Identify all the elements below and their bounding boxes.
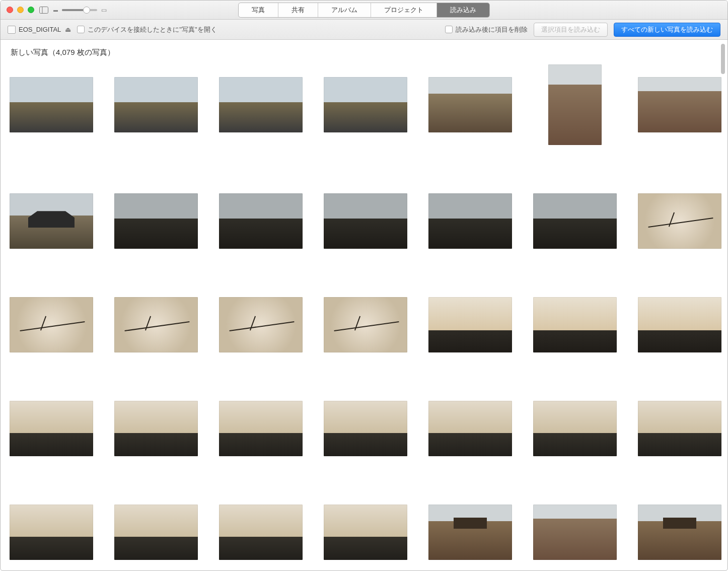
delete-after-import-input[interactable] xyxy=(445,26,453,33)
photo-image xyxy=(324,401,407,456)
photo-image xyxy=(428,297,512,352)
content-area[interactable]: 新しい写真（4,079 枚の写真） xyxy=(1,40,727,570)
photo-image xyxy=(324,505,407,560)
photo-image xyxy=(638,297,721,352)
photo-thumbnail[interactable] xyxy=(533,297,617,352)
photo-thumbnail[interactable] xyxy=(324,297,407,352)
open-on-connect-input[interactable] xyxy=(77,26,85,33)
photo-image xyxy=(548,64,602,145)
photo-thumbnail[interactable] xyxy=(219,505,303,560)
photo-image xyxy=(428,77,512,132)
photo-image xyxy=(428,193,512,249)
titlebar: ▬ ▭ 写真 共有 アルバム プロジェクト 読み込み xyxy=(1,1,727,20)
photo-thumbnail[interactable] xyxy=(324,401,407,456)
photo-thumbnail[interactable] xyxy=(638,193,721,249)
photo-thumbnail[interactable] xyxy=(114,401,198,456)
photo-image xyxy=(10,401,93,456)
photo-thumbnail[interactable] xyxy=(219,401,303,456)
photo-image xyxy=(219,297,303,352)
photo-image xyxy=(638,505,721,560)
tab-projects[interactable]: プロジェクト xyxy=(371,3,437,17)
photo-image xyxy=(10,297,93,352)
device-selector[interactable]: EOS_DIGITAL ⏏ xyxy=(8,26,71,34)
main-tabs: 写真 共有 アルバム プロジェクト 読み込み xyxy=(238,3,490,18)
photo-thumbnail[interactable] xyxy=(114,297,198,352)
photo-image xyxy=(638,77,721,132)
photo-image xyxy=(10,77,93,132)
photo-thumbnail[interactable] xyxy=(114,193,198,249)
open-on-connect-label: このデバイスを接続したときに"写真"を開く xyxy=(88,25,216,34)
photo-image xyxy=(428,401,512,456)
photo-thumbnail[interactable] xyxy=(219,77,303,132)
photo-image xyxy=(533,193,617,249)
import-selected-button[interactable]: 選択項目を読み込む xyxy=(534,23,608,37)
photo-image xyxy=(324,77,407,132)
photo-image xyxy=(114,77,198,132)
photo-thumbnail[interactable] xyxy=(638,297,721,352)
photo-image xyxy=(324,297,407,352)
scrollbar-thumb[interactable] xyxy=(721,44,725,74)
photo-thumbnail[interactable] xyxy=(219,193,303,249)
photo-image xyxy=(114,401,198,456)
photo-thumbnail[interactable] xyxy=(114,505,198,560)
svg-rect-0 xyxy=(40,7,48,13)
photo-image xyxy=(10,505,93,560)
photo-thumbnail[interactable] xyxy=(428,297,512,352)
sidebar-toggle-icon[interactable] xyxy=(39,7,48,14)
close-window-button[interactable] xyxy=(7,7,13,13)
photo-thumbnail[interactable] xyxy=(114,77,198,132)
tab-shared[interactable]: 共有 xyxy=(278,3,318,17)
photo-thumbnail[interactable] xyxy=(638,401,721,456)
photo-thumbnail[interactable] xyxy=(533,64,617,145)
fullscreen-window-button[interactable] xyxy=(28,7,34,13)
photo-image xyxy=(114,505,198,560)
photo-thumbnail[interactable] xyxy=(10,77,93,132)
photo-thumbnail[interactable] xyxy=(219,297,303,352)
photo-thumbnail[interactable] xyxy=(10,297,93,352)
thumbnail-grid xyxy=(10,64,718,570)
window-controls xyxy=(7,7,34,13)
photo-thumbnail[interactable] xyxy=(533,193,617,249)
photo-image xyxy=(638,193,721,249)
device-name: EOS_DIGITAL xyxy=(19,26,61,33)
zoom-slider[interactable]: ▬ ▭ xyxy=(53,7,107,14)
photo-thumbnail[interactable] xyxy=(10,401,93,456)
photo-image xyxy=(219,77,303,132)
photo-image xyxy=(428,505,512,560)
photo-thumbnail[interactable] xyxy=(324,193,407,249)
photo-image xyxy=(533,505,617,560)
photo-image xyxy=(10,193,93,249)
delete-after-import-label: 読み込み後に項目を削除 xyxy=(456,25,528,34)
tab-import[interactable]: 読み込み xyxy=(437,3,489,17)
section-title-new-photos: 新しい写真（4,079 枚の写真） xyxy=(11,48,718,57)
import-all-new-button[interactable]: すべての新しい写真を読み込む xyxy=(614,23,720,37)
photo-image xyxy=(638,401,721,456)
photo-thumbnail[interactable] xyxy=(324,77,407,132)
delete-after-import-checkbox[interactable]: 読み込み後に項目を削除 xyxy=(445,25,528,34)
photo-thumbnail[interactable] xyxy=(638,505,721,560)
photo-thumbnail[interactable] xyxy=(428,77,512,132)
open-on-connect-checkbox[interactable]: このデバイスを接続したときに"写真"を開く xyxy=(77,25,216,34)
photo-image xyxy=(324,193,407,249)
sd-card-icon xyxy=(8,26,16,34)
import-toolbar: EOS_DIGITAL ⏏ このデバイスを接続したときに"写真"を開く 読み込み… xyxy=(1,20,727,40)
photo-image xyxy=(219,505,303,560)
minimize-window-button[interactable] xyxy=(17,7,24,13)
photo-thumbnail[interactable] xyxy=(10,505,93,560)
photo-thumbnail[interactable] xyxy=(10,193,93,249)
photo-image xyxy=(219,401,303,456)
photo-thumbnail[interactable] xyxy=(638,77,721,132)
tab-photos[interactable]: 写真 xyxy=(239,3,278,17)
photo-thumbnail[interactable] xyxy=(428,505,512,560)
photo-thumbnail[interactable] xyxy=(533,505,617,560)
photo-image xyxy=(219,193,303,249)
photo-thumbnail[interactable] xyxy=(428,401,512,456)
photo-image xyxy=(114,193,198,249)
tab-albums[interactable]: アルバム xyxy=(318,3,371,17)
photo-thumbnail[interactable] xyxy=(533,401,617,456)
eject-icon[interactable]: ⏏ xyxy=(65,26,71,33)
photo-thumbnail[interactable] xyxy=(428,193,512,249)
app-window: ▬ ▭ 写真 共有 アルバム プロジェクト 読み込み EOS_DIGITAL ⏏… xyxy=(0,0,728,571)
photo-thumbnail[interactable] xyxy=(324,505,407,560)
vertical-scrollbar[interactable] xyxy=(720,44,726,566)
